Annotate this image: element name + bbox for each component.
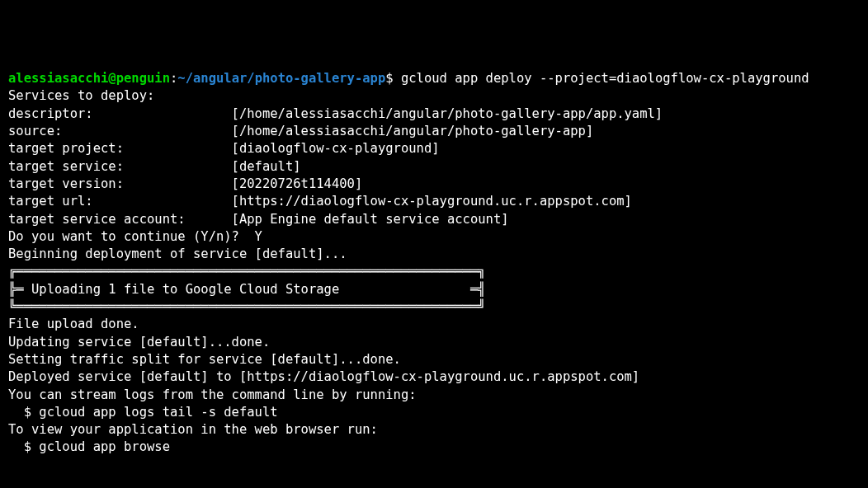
box-top: ╔═══════════════════════════════════════… (8, 263, 860, 280)
user-host: alessiasacchi@penguin (8, 71, 170, 86)
output-line: Deployed service [default] to [https://d… (8, 368, 860, 386)
output-line: $ gcloud app logs tail -s default (8, 404, 860, 421)
command: gcloud app deploy --project=diaologflow-… (394, 71, 809, 86)
output-line: Services to deploy: (8, 87, 860, 105)
output-line: target project: [diaologflow-cx-playgrou… (8, 140, 860, 157)
output-line: target service: [default] (8, 158, 860, 176)
output-line: File upload done. (8, 316, 860, 333)
box-mid: ╠═ Uploading 1 file to Google Cloud Stor… (8, 281, 860, 298)
colon: : (170, 71, 177, 86)
output-line: $ gcloud app browse (8, 439, 860, 456)
output-line: Setting traffic split for service [defau… (8, 351, 860, 368)
prompt-line: alessiasacchi@penguin:~/angular/photo-ga… (8, 70, 860, 87)
terminal-output[interactable]: alessiasacchi@penguin:~/angular/photo-ga… (8, 70, 860, 457)
output-line: source: [/home/alessiasacchi/angular/pho… (8, 123, 860, 140)
output-line: target service account: [App Engine defa… (8, 211, 860, 228)
output-line: Beginning deployment of service [default… (8, 246, 860, 263)
output-line: target url: [https://diaologflow-cx-play… (8, 193, 860, 210)
output-line: Do you want to continue (Y/n)? Y (8, 228, 860, 246)
output-line: descriptor: [/home/alessiasacchi/angular… (8, 106, 860, 123)
output-line: Updating service [default]...done. (8, 334, 860, 351)
path: ~/angular/photo-gallery-app (177, 71, 385, 86)
box-bot: ╚═══════════════════════════════════════… (8, 298, 860, 316)
dollar: $ (385, 71, 393, 86)
output-line: You can stream logs from the command lin… (8, 387, 860, 404)
output-line: target version: [20220726t114400] (8, 176, 860, 193)
output-line: To view your application in the web brow… (8, 421, 860, 439)
